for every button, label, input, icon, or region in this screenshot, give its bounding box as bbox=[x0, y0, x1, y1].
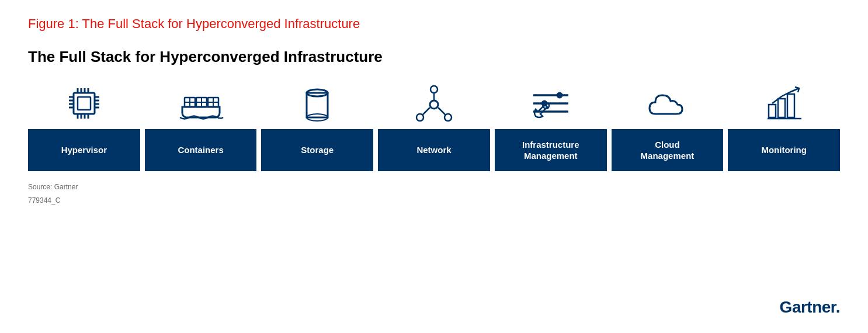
container-icon bbox=[178, 82, 224, 124]
stack-container: Hypervisor bbox=[28, 82, 840, 171]
monitoring-label: Monitoring bbox=[728, 129, 840, 171]
stack-item-cloud-management: CloudManagement bbox=[612, 82, 724, 171]
network-icon-area bbox=[413, 82, 455, 129]
source-line2: 779344_C bbox=[28, 195, 840, 206]
stack-item-containers: Containers bbox=[145, 82, 257, 171]
svg-line-35 bbox=[422, 107, 430, 115]
stack-item-infrastructure-management: InfrastructureManagement bbox=[495, 82, 607, 171]
gartner-logo: Gartner. bbox=[780, 298, 840, 317]
stack-item-hypervisor: Hypervisor bbox=[28, 82, 140, 171]
svg-rect-1 bbox=[78, 97, 91, 110]
cloud-management-icon-area bbox=[644, 82, 690, 129]
svg-rect-45 bbox=[787, 94, 794, 117]
monitoring-icon-area bbox=[763, 82, 805, 129]
hypervisor-label: Hypervisor bbox=[28, 129, 140, 171]
section-title: The Full Stack for Hyperconverged Infras… bbox=[28, 48, 840, 66]
page-wrapper: Figure 1: The Full Stack for Hyperconver… bbox=[0, 0, 868, 333]
storage-label: Storage bbox=[261, 129, 373, 171]
stack-item-storage: Storage bbox=[261, 82, 373, 171]
hypervisor-icon-area bbox=[63, 82, 105, 129]
containers-label: Containers bbox=[145, 129, 257, 171]
infra-management-icon bbox=[527, 82, 574, 124]
stack-item-network: Network bbox=[378, 82, 490, 171]
source-info: Source: Gartner 779344_C bbox=[28, 182, 840, 206]
infrastructure-management-label: InfrastructureManagement bbox=[495, 129, 607, 171]
storage-icon bbox=[301, 82, 334, 124]
network-icon bbox=[413, 82, 455, 124]
network-label: Network bbox=[378, 129, 490, 171]
svg-line-36 bbox=[438, 107, 446, 115]
monitoring-icon bbox=[763, 82, 805, 124]
containers-icon-area bbox=[178, 82, 224, 129]
svg-rect-40 bbox=[557, 92, 563, 98]
svg-rect-43 bbox=[769, 105, 776, 117]
svg-rect-44 bbox=[778, 99, 785, 117]
stack-item-monitoring: Monitoring bbox=[728, 82, 840, 171]
figure-title: Figure 1: The Full Stack for Hyperconver… bbox=[28, 16, 840, 32]
cloud-icon bbox=[644, 82, 690, 124]
cloud-management-label: CloudManagement bbox=[612, 129, 724, 171]
svg-rect-0 bbox=[74, 93, 95, 114]
svg-point-31 bbox=[430, 86, 438, 93]
storage-icon-area bbox=[301, 82, 334, 129]
svg-point-30 bbox=[430, 100, 438, 109]
source-line1: Source: Gartner bbox=[28, 182, 840, 193]
infrastructure-management-icon-area bbox=[527, 82, 574, 129]
cpu-icon bbox=[63, 82, 105, 124]
